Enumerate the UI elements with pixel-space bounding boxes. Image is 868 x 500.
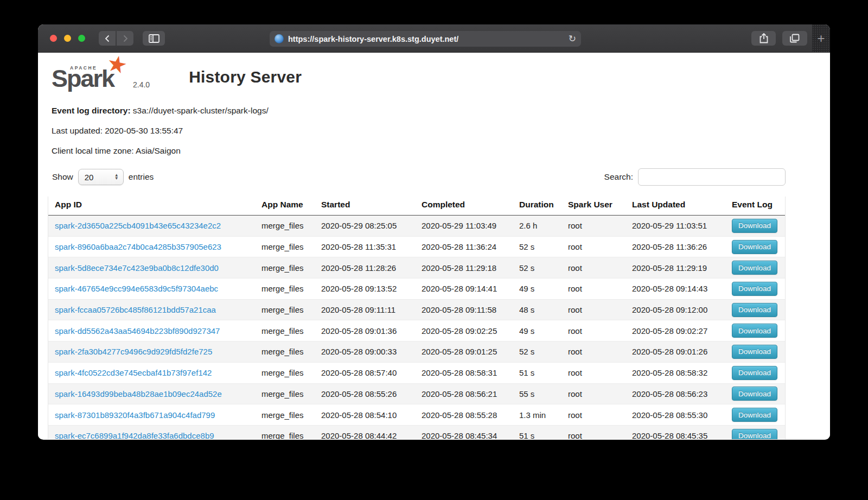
chevron-left-icon [104,35,111,42]
completed-cell: 2020-05-29 11:03:49 [415,216,513,237]
last-updated-cell: 2020-05-28 09:02:27 [626,320,725,341]
search-input[interactable] [638,168,786,186]
address-bar[interactable]: https://spark-history-server.k8s.stg.duy… [270,31,581,47]
app-id-link[interactable]: spark-fccaa05726bc485f86121bdd57a21caa [55,305,216,314]
share-button[interactable] [751,31,776,46]
download-button[interactable]: Download [732,345,777,359]
sidebar-toggle-button[interactable] [143,31,165,46]
header-app-id[interactable]: App ID [48,197,255,216]
download-button[interactable]: Download [732,387,777,401]
spark-version: 2.4.0 [133,80,150,89]
download-button[interactable]: Download [732,240,777,254]
search-label: Search: [604,172,633,182]
started-cell: 2020-05-28 11:28:26 [315,257,415,279]
download-button[interactable]: Download [732,261,777,275]
table-row: spark-87301b89320f4a3fb671a904c4fad799 m… [48,404,785,426]
spark-user-cell: root [561,341,626,363]
address-url: https://spark-history-server.k8s.stg.duy… [288,35,458,43]
browser-titlebar: https://spark-history-server.k8s.stg.duy… [38,24,830,53]
header-last-updated[interactable]: Last Updated [626,197,725,216]
back-button[interactable] [99,31,116,46]
last-updated-cell: 2020-05-28 08:56:23 [626,383,725,404]
spark-user-cell: root [561,216,626,237]
app-id-link[interactable]: spark-5d8ece734e7c423e9ba0b8c12dfe30d0 [55,263,219,273]
last-updated-cell: 2020-05-28 08:45:35 [626,425,725,439]
entries-select-value: 20 [85,173,94,182]
completed-cell: 2020-05-28 11:36:24 [415,236,513,257]
header-duration[interactable]: Duration [513,197,561,216]
header-started[interactable]: Started [315,197,415,216]
duration-cell: 52 s [513,257,561,279]
forward-button[interactable] [117,31,133,46]
started-cell: 2020-05-29 08:25:05 [315,216,415,237]
last-updated-cell: 2020-05-28 11:29:19 [626,257,725,279]
app-name-cell: merge_files [255,404,315,426]
app-id-link[interactable]: spark-8960a6baa2c74b0ca4285b357905e623 [55,242,221,251]
table-row: spark-8960a6baa2c74b0ca4285b357905e623 m… [48,236,785,257]
header-event-log[interactable]: Event Log [725,197,785,216]
started-cell: 2020-05-28 08:57:40 [315,362,415,383]
spark-user-cell: root [561,320,626,341]
app-name-cell: merge_files [255,236,315,257]
header-spark-user[interactable]: Spark User [561,197,626,216]
header-completed[interactable]: Completed [415,197,513,216]
header-app-name[interactable]: App Name [255,197,315,216]
window-zoom-button[interactable] [78,35,85,42]
app-id-link[interactable]: spark-2fa30b4277c9496c9d929fd5fd2fe725 [55,347,212,356]
completed-cell: 2020-05-28 09:11:58 [415,299,513,320]
app-name-cell: merge_files [255,362,315,383]
spark-user-cell: root [561,404,626,426]
window-minimize-button[interactable] [64,35,71,42]
app-id-link[interactable]: spark-467654e9cc994e6583d9c5f97304aebc [55,284,218,293]
table-row: spark-2fa30b4277c9496c9d929fd5fd2fe725 m… [48,341,785,363]
applications-table-wrap: App ID App Name Started Completed Durati… [48,197,786,439]
started-cell: 2020-05-28 08:54:10 [315,404,415,426]
event-log-directory-value: s3a://duyet-spark-cluster/spark-logs/ [131,106,269,115]
table-row: spark-fccaa05726bc485f86121bdd57a21caa m… [48,299,785,320]
spark-user-cell: root [561,299,626,320]
download-button[interactable]: Download [732,366,777,380]
page-header: APACHE Spark ★ 2.4.0 History Server [52,59,830,91]
search-control: Search: [604,168,786,186]
spark-user-cell: root [561,236,626,257]
table-row: spark-16493d99beba48b28ae1b09ec24ad52e m… [48,383,785,404]
download-button[interactable]: Download [732,282,777,296]
completed-cell: 2020-05-28 09:14:41 [415,279,513,300]
completed-cell: 2020-05-28 11:29:18 [415,257,513,279]
app-id-link[interactable]: spark-87301b89320f4a3fb671a904c4fad799 [55,410,215,420]
show-label: Show [52,172,73,182]
new-tab-button[interactable]: + [812,24,830,53]
entries-select[interactable]: 20 ▲▼ [78,169,124,185]
download-button[interactable]: Download [732,429,777,439]
download-button[interactable]: Download [732,408,777,422]
spark-logo-wordmark: Spark [52,65,114,93]
spark-star-icon: ★ [105,53,130,78]
table-row: spark-5d8ece734e7c423e9ba0b8c12dfe30d0 m… [48,257,785,279]
app-id-link[interactable]: spark-dd5562a43aa54694b223bf890d927347 [55,326,220,336]
app-id-link[interactable]: spark-16493d99beba48b28ae1b09ec24ad52e [55,389,222,398]
tabs-overview-button[interactable] [782,31,807,46]
last-updated-cell: 2020-05-28 09:12:00 [626,299,725,320]
app-id-link[interactable]: spark-2d3650a225cb4091b43e65c43234e2c2 [55,221,221,230]
app-name-cell: merge_files [255,216,315,237]
app-name-cell: merge_files [255,320,315,341]
started-cell: 2020-05-28 09:01:36 [315,320,415,341]
download-button[interactable]: Download [732,219,777,233]
app-id-link[interactable]: spark-ec7c6899a1f942da8fe33fa6dbdce8b9 [55,431,214,439]
reload-icon[interactable]: ↻ [569,34,576,43]
app-id-link[interactable]: spark-4fc0522cd3e745ecbaf41b73f97ef142 [55,368,212,377]
tabs-icon [790,34,800,43]
window-close-button[interactable] [50,35,57,42]
started-cell: 2020-05-28 09:11:11 [315,299,415,320]
started-cell: 2020-05-28 11:35:31 [315,236,415,257]
last-updated-cell: 2020-05-28 11:36:26 [626,236,725,257]
last-updated-line: Last updated: 2020-05-30 13:55:47 [52,125,830,136]
download-button[interactable]: Download [732,303,777,317]
app-name-cell: merge_files [255,425,315,439]
spark-user-cell: root [561,425,626,439]
download-button[interactable]: Download [732,324,777,338]
table-row: spark-2d3650a225cb4091b43e65c43234e2c2 m… [48,216,785,237]
app-name-cell: merge_files [255,299,315,320]
page-content: APACHE Spark ★ 2.4.0 History Server Even… [38,53,830,439]
window-controls [50,35,85,42]
